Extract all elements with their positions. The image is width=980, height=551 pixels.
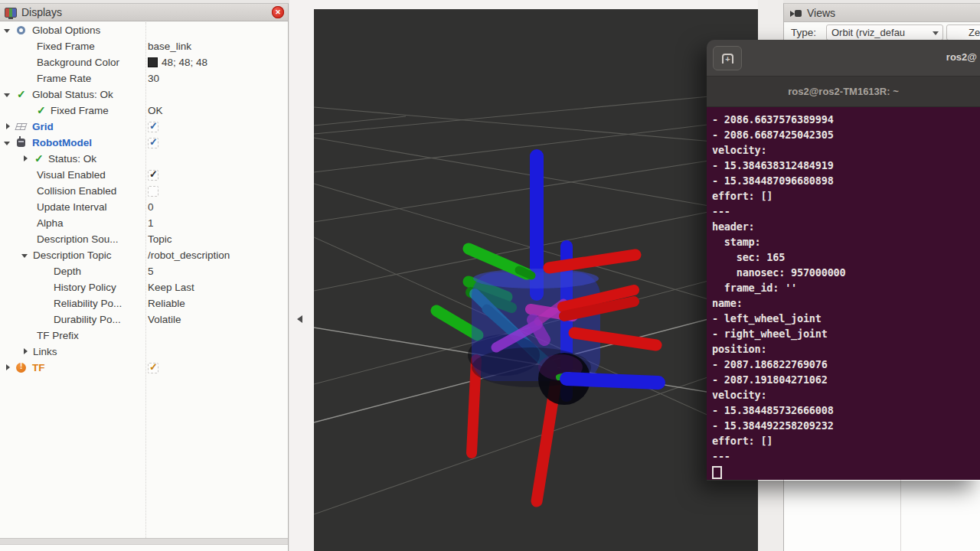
- row-value[interactable]: base_link: [148, 41, 191, 52]
- row-value[interactable]: Reliable: [148, 298, 185, 309]
- row-label: Durability Po...: [54, 314, 121, 325]
- views-panel-header[interactable]: Views: [784, 4, 980, 22]
- view-type-dropdown[interactable]: Orbit (rviz_defau: [826, 24, 943, 41]
- terminal-line: - 15.384487096680898: [712, 174, 977, 190]
- chevron-right-icon[interactable]: [21, 347, 30, 357]
- tree-row-fixed-frame-status[interactable]: Fixed Frame OK: [0, 103, 288, 119]
- tree-row-global-status[interactable]: Global Status: Ok: [0, 86, 288, 103]
- terminal-line: - 15.384492258209232: [712, 419, 977, 435]
- terminal-cursor: [712, 466, 722, 479]
- tree-row-collision-enabled[interactable]: Collision Enabled: [0, 183, 288, 199]
- row-value[interactable]: 5: [148, 266, 154, 277]
- terminal-line: name:: [712, 297, 977, 312]
- row-value[interactable]: 30: [148, 73, 159, 84]
- displays-panel-title: Displays: [21, 6, 62, 18]
- tree-row-background-color[interactable]: Background Color 48; 48; 48: [0, 54, 288, 70]
- new-tab-button[interactable]: +: [713, 46, 742, 70]
- row-label: Visual Enabled: [37, 169, 106, 181]
- row-value[interactable]: 0: [148, 201, 154, 213]
- row-label: Frame Rate: [37, 73, 91, 84]
- zero-button[interactable]: Ze: [946, 24, 980, 41]
- row-value[interactable]: 1: [148, 217, 154, 229]
- row-label: Reliability Po...: [54, 298, 122, 309]
- tree-row-grid[interactable]: Grid: [0, 119, 288, 135]
- gear-icon: [15, 25, 28, 36]
- collision-enabled-checkbox[interactable]: [148, 186, 158, 197]
- tree-row-durability-policy[interactable]: Durability Po... Volatile: [0, 311, 288, 328]
- tree-row-robotmodel[interactable]: RobotModel: [0, 135, 288, 151]
- terminal-line: - right_wheel_joint: [712, 328, 977, 343]
- tree-row-depth[interactable]: Depth 5: [0, 263, 288, 279]
- terminal-line: - 2087.186822769076: [712, 358, 977, 373]
- terminal-titlebar[interactable]: + ros2@: [707, 40, 980, 77]
- status-ok-icon: [33, 154, 45, 165]
- tree-row-history-policy[interactable]: History Policy Keep Last: [0, 279, 288, 295]
- row-value[interactable]: 48; 48; 48: [148, 57, 207, 68]
- row-label: Depth: [54, 266, 81, 277]
- color-value: 48; 48; 48: [162, 57, 207, 68]
- chevron-down-icon[interactable]: [3, 90, 12, 99]
- terminal-tabbar[interactable]: ros2@ros2-TM1613R: ~: [707, 77, 980, 107]
- terminal-line: - 2086.6637576389994: [712, 113, 977, 129]
- terminal-line: ---: [712, 450, 977, 465]
- tree-row-robot-status[interactable]: Status: Ok: [0, 151, 288, 167]
- close-icon[interactable]: ✕: [272, 6, 284, 18]
- tree-row-visual-enabled[interactable]: Visual Enabled: [0, 167, 288, 183]
- terminal-line: - 15.384638312484919: [712, 159, 977, 174]
- row-label: TF: [32, 362, 45, 373]
- row-label: Fixed Frame: [37, 41, 95, 52]
- row-value[interactable]: Keep Last: [148, 282, 194, 293]
- tree-row-fixed-frame[interactable]: Fixed Frame base_link: [0, 38, 288, 54]
- panel-resize-strip[interactable]: [0, 538, 288, 545]
- status-ok-icon: [15, 90, 28, 100]
- row-value[interactable]: Volatile: [148, 314, 181, 325]
- tf-warning-icon: [15, 363, 28, 373]
- tree-row-tf-prefix[interactable]: TF Prefix: [0, 328, 288, 344]
- tree-row-alpha[interactable]: Alpha 1: [0, 215, 288, 231]
- tf-visibility-checkbox[interactable]: [148, 363, 158, 373]
- robotmodel-visibility-checkbox[interactable]: [148, 138, 158, 148]
- tree-row-description-source[interactable]: Description Sou... Topic: [0, 231, 288, 247]
- terminal-line: nanosec: 957000000: [712, 266, 977, 282]
- displays-panel-header[interactable]: Displays ✕: [0, 4, 288, 21]
- panel-splitter-left[interactable]: [289, 0, 314, 551]
- terminal-output[interactable]: - 2086.6637576389994 - 2086.668742504230…: [707, 107, 980, 480]
- displays-icon: [5, 8, 17, 18]
- terminal-line: velocity:: [712, 144, 977, 159]
- terminal-line: - 2087.191804271062: [712, 373, 977, 389]
- color-swatch: [148, 57, 158, 67]
- tree-row-frame-rate[interactable]: Frame Rate 30: [0, 70, 288, 86]
- grid-visibility-checkbox[interactable]: [148, 122, 158, 132]
- terminal-line: frame_id: '': [712, 282, 977, 297]
- chevron-down-icon[interactable]: [21, 251, 30, 260]
- visual-enabled-checkbox[interactable]: [148, 170, 158, 181]
- tree-row-description-topic[interactable]: Description Topic /robot_description: [0, 247, 288, 263]
- grid-icon: [15, 122, 28, 132]
- views-panel-title: Views: [807, 7, 835, 19]
- chevron-right-icon[interactable]: [3, 364, 12, 373]
- row-label: History Policy: [54, 282, 116, 293]
- 3d-viewport[interactable]: [314, 9, 758, 551]
- row-value[interactable]: /robot_description: [148, 249, 230, 261]
- tree-row-update-interval[interactable]: Update Interval 0: [0, 199, 288, 215]
- terminal-line: header:: [712, 220, 977, 236]
- row-label: Global Status: Ok: [32, 89, 113, 100]
- chevron-right-icon[interactable]: [3, 122, 12, 132]
- tree-row-global-options[interactable]: Global Options: [0, 22, 288, 38]
- row-label: Collision Enabled: [37, 185, 116, 197]
- terminal-window[interactable]: + ros2@ ros2@ros2-TM1613R: ~ - 2086.6637…: [707, 40, 980, 481]
- tree-row-tf[interactable]: TF: [0, 360, 288, 376]
- chevron-right-icon[interactable]: [21, 155, 30, 164]
- row-value[interactable]: Topic: [148, 233, 172, 245]
- terminal-line: - 15.384485732666008: [712, 404, 977, 419]
- chevron-down-icon[interactable]: [3, 26, 12, 35]
- collapse-panel-icon[interactable]: [297, 315, 302, 323]
- chevron-down-icon[interactable]: [3, 139, 12, 148]
- tree-row-reliability-policy[interactable]: Reliability Po... Reliable: [0, 295, 288, 311]
- terminal-window-title: ros2@: [946, 51, 977, 63]
- camera-icon: [790, 8, 802, 18]
- view-type-label: Type:: [791, 27, 816, 38]
- new-tab-icon: +: [722, 54, 733, 64]
- tree-row-links[interactable]: Links: [0, 344, 288, 360]
- row-label: Fixed Frame: [51, 105, 109, 116]
